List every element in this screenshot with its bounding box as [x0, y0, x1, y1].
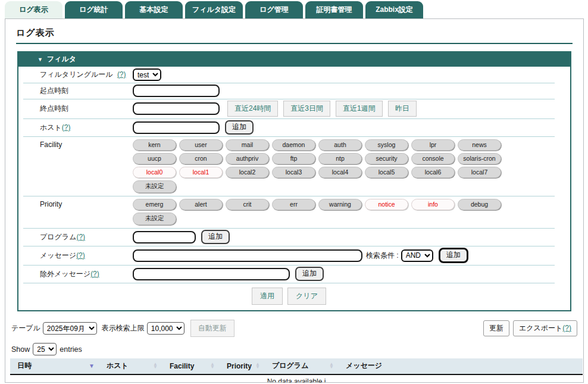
rule-help-link[interactable]: (?)	[117, 70, 126, 79]
message-input[interactable]	[133, 249, 362, 262]
host-label: ホスト	[40, 123, 62, 132]
tab-log-display[interactable]: ログ表示	[5, 1, 62, 18]
filter-row-rule: フィルタリングルール (?) test	[23, 67, 555, 83]
exclude-message-input[interactable]	[133, 268, 290, 280]
facility-pill[interactable]: user	[179, 139, 223, 151]
rule-select[interactable]: test	[133, 68, 161, 81]
facility-pill[interactable]: cron	[179, 153, 223, 164]
tab-zabbix-settings[interactable]: Zabbix設定	[365, 1, 423, 18]
facility-pill[interactable]: news	[458, 139, 501, 151]
start-time-input[interactable]	[133, 85, 220, 97]
facility-pill[interactable]: local6	[411, 167, 455, 178]
filter-row-start-time: 起点時刻	[23, 83, 555, 99]
facility-pill[interactable]: security	[365, 153, 408, 164]
export-button[interactable]: エクスポート(?)	[513, 320, 577, 336]
facility-pill[interactable]: auth	[318, 139, 362, 151]
sort-both-icon: ▲▼	[153, 363, 158, 369]
facility-pill[interactable]: console	[411, 153, 455, 164]
priority-pill[interactable]: alert	[179, 199, 223, 210]
tab-basic-settings[interactable]: 基本設定	[125, 1, 183, 18]
facility-pill[interactable]: solaris-cron	[458, 153, 501, 164]
priority-pill-selected[interactable]: notice	[365, 199, 408, 210]
facility-pill[interactable]: daemon	[272, 139, 315, 151]
page-length-control: Show 25 entries	[11, 343, 577, 355]
facility-pill[interactable]: local2	[226, 167, 269, 178]
priority-pill-selected[interactable]: info	[411, 199, 455, 210]
message-label: メッセージ	[40, 251, 76, 260]
host-add-button[interactable]: 追加	[225, 120, 254, 135]
filter-title: フィルタ	[47, 55, 76, 63]
filter-collapse-header[interactable]: ▼フィルタ	[18, 52, 570, 67]
program-add-button[interactable]: 追加	[201, 230, 230, 244]
search-condition-select[interactable]: AND	[401, 249, 433, 262]
page-length-select[interactable]: 25	[33, 343, 57, 355]
priority-label: Priority	[23, 198, 133, 208]
message-add-button[interactable]: 追加	[439, 248, 468, 263]
collapse-triangle-icon: ▼	[37, 57, 43, 63]
range-last-3d-button[interactable]: 直近3日間	[283, 101, 330, 117]
facility-pill[interactable]: uucp	[133, 153, 176, 164]
filter-row-exclude-message: 除外メッセージ(?) 追加	[23, 266, 555, 283]
limit-select[interactable]: 10,000	[147, 322, 184, 335]
priority-pill-unset[interactable]: 未設定	[133, 213, 176, 225]
facility-pill-grid: kern user mail daemon auth syslog lpr ne…	[133, 138, 509, 194]
facility-pill[interactable]: local7	[458, 167, 501, 178]
export-help-link[interactable]: (?)	[562, 324, 571, 332]
facility-pill[interactable]: kern	[133, 139, 176, 151]
program-input[interactable]	[133, 231, 196, 243]
priority-pill[interactable]: debug	[458, 199, 501, 210]
tab-certificate-management[interactable]: 証明書管理	[305, 1, 363, 18]
tab-filter-settings[interactable]: フィルタ設定	[185, 1, 243, 18]
host-help-link[interactable]: (?)	[62, 123, 71, 132]
filter-box: ▼フィルタ フィルタリングルール (?) test 起点時刻	[17, 51, 571, 311]
priority-pill[interactable]: warning	[318, 199, 362, 210]
column-header-datetime[interactable]: 日時▼	[10, 358, 99, 374]
facility-pill[interactable]: local4	[318, 167, 362, 178]
filter-row-priority: Priority emerg alert crit err warning no…	[23, 196, 555, 229]
end-time-label: 終点時刻	[40, 104, 68, 113]
facility-pill[interactable]: mail	[226, 139, 269, 151]
host-input[interactable]	[133, 121, 220, 134]
facility-pill[interactable]: syslog	[365, 139, 408, 151]
refresh-button[interactable]: 更新	[483, 320, 509, 336]
filter-rows: フィルタリングルール (?) test 起点時刻 終点時刻	[18, 67, 570, 310]
facility-pill-selected[interactable]: local0	[133, 167, 176, 178]
exclude-message-help-link[interactable]: (?)	[90, 270, 99, 278]
filter-row-message: メッセージ(?) 検索条件 : AND 追加	[23, 246, 555, 266]
facility-pill-selected[interactable]: local1	[179, 167, 223, 178]
facility-pill[interactable]: lpr	[411, 139, 455, 151]
auto-refresh-button[interactable]: 自動更新	[190, 320, 234, 337]
sort-both-icon: ▲▼	[329, 363, 334, 369]
column-header-host[interactable]: ホスト▲▼	[99, 358, 162, 374]
range-last-24h-button[interactable]: 直近24時間	[227, 101, 278, 117]
column-header-message[interactable]: メッセージ	[339, 358, 583, 374]
program-help-link[interactable]: (?)	[76, 233, 85, 241]
range-yesterday-button[interactable]: 昨日	[388, 101, 417, 117]
facility-pill[interactable]: local3	[272, 167, 315, 178]
priority-pill[interactable]: crit	[226, 199, 269, 210]
filter-row-host: ホスト(?) 追加	[23, 119, 555, 137]
column-header-facility[interactable]: Facility▲▼	[162, 358, 220, 374]
range-last-week-button[interactable]: 直近1週間	[336, 101, 383, 117]
end-time-input[interactable]	[133, 102, 220, 115]
priority-pill[interactable]: emerg	[133, 199, 176, 210]
sort-both-icon: ▲▼	[255, 363, 260, 369]
tab-log-management[interactable]: ログ管理	[245, 1, 303, 18]
empty-message: No data available i	[10, 374, 583, 383]
filter-row-program: プログラム(?) 追加	[23, 229, 555, 246]
facility-pill[interactable]: local5	[365, 167, 408, 178]
table-month-select[interactable]: 2025年09月	[43, 322, 97, 335]
facility-pill[interactable]: authpriv	[226, 153, 269, 164]
exclude-message-add-button[interactable]: 追加	[295, 267, 324, 281]
facility-pill[interactable]: ftp	[272, 153, 315, 164]
column-header-priority[interactable]: Priority▲▼	[220, 358, 265, 374]
column-header-program[interactable]: プログラム▲▼	[265, 358, 339, 374]
facility-pill-unset[interactable]: 未設定	[133, 180, 176, 193]
apply-button[interactable]: 適用	[252, 288, 283, 305]
entries-label: entries	[60, 345, 82, 354]
priority-pill[interactable]: err	[272, 199, 315, 210]
message-help-link[interactable]: (?)	[76, 251, 85, 260]
clear-button[interactable]: クリア	[287, 288, 326, 305]
facility-pill[interactable]: ntp	[318, 153, 362, 164]
tab-log-statistics[interactable]: ログ統計	[65, 1, 123, 18]
